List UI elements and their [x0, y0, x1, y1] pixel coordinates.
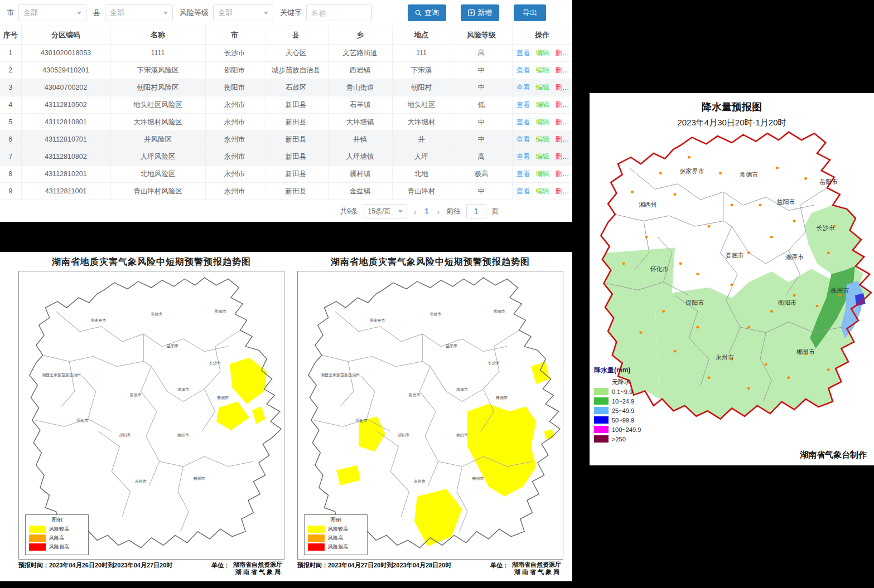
cell-risk: 中 — [451, 131, 512, 148]
trend-maps-panel: 湖南省地质灾害气象风险中短期预警预报趋势图 张家界市常德市岳阳市湘西土家族苗族自… — [0, 252, 572, 581]
cell-risk: 中 — [451, 79, 512, 96]
legend-swatch — [594, 426, 609, 433]
legend-swatch — [594, 407, 609, 414]
delete-link[interactable]: 删除 — [556, 101, 569, 109]
delete-link[interactable]: 删除 — [556, 49, 569, 57]
chevron-down-icon — [77, 12, 81, 14]
cell-actions: 查看编辑删除 — [512, 166, 572, 183]
legend-swatch — [29, 534, 46, 542]
legend-swatch — [594, 416, 609, 424]
legend-swatch — [594, 397, 609, 405]
keyword-input[interactable] — [306, 4, 372, 21]
export-button[interactable]: 导出 — [514, 4, 546, 21]
edit-link[interactable]: 编辑 — [536, 101, 550, 109]
current-page[interactable]: 1 — [423, 207, 431, 215]
filter-bar: 市 全部 县 全部 风险等级 全部 关键字 查询 新增 — [0, 0, 572, 26]
cell-risk: 极高 — [451, 166, 512, 183]
col-risk: 风险等级 — [451, 26, 512, 45]
edit-link[interactable]: 编辑 — [536, 135, 550, 143]
prev-page-button[interactable]: ‹ — [413, 207, 418, 216]
search-icon — [415, 9, 422, 16]
map-credit: 湖南省气象台制作 — [800, 450, 867, 460]
goto-label: 前往 — [447, 207, 461, 216]
goto-page-input[interactable] — [466, 204, 486, 218]
county-select[interactable]: 全部 — [105, 4, 173, 21]
forecast-time: 预报时间：2023年04月27日20时到2023年04月28日20时 — [297, 561, 451, 570]
delete-link[interactable]: 删除 — [556, 118, 569, 126]
edit-link[interactable]: 编辑 — [536, 187, 550, 195]
view-link[interactable]: 查看 — [516, 84, 530, 91]
cell-city: 永州市 — [205, 114, 264, 131]
forecast-time: 预报时间：2023年04月26日20时到2023年04月27日20时 — [18, 561, 172, 570]
cell-place: 地头社区 — [392, 96, 451, 114]
delete-link[interactable]: 删除 — [556, 187, 569, 195]
table-header-row: 序号 分区编码 名称 市 县 乡 地点 风险等级 操作 — [0, 26, 572, 45]
delete-link[interactable]: 删除 — [556, 84, 569, 91]
cell-code: 43112810201 — [21, 166, 110, 183]
cell-name: 朝阳村风险区 — [110, 79, 205, 96]
cell-city: 永州市 — [205, 131, 264, 148]
edit-link[interactable]: 编辑 — [536, 153, 550, 161]
edit-link[interactable]: 编辑 — [536, 66, 550, 74]
cell-place: 北地 — [392, 166, 451, 183]
cell-code: 430529410201 — [21, 62, 110, 79]
cell-actions: 查看编辑删除 — [512, 131, 572, 148]
delete-link[interactable]: 删除 — [556, 135, 569, 143]
view-link[interactable]: 查看 — [516, 66, 530, 74]
trend-map-1-title: 湖南省地质灾害气象风险中短期预警预报趋势图 — [18, 256, 284, 268]
delete-link[interactable]: 删除 — [556, 153, 569, 161]
total-count: 共9条 — [340, 207, 358, 216]
plus-icon — [468, 9, 475, 16]
table-row: 2430529410201下宋溪风险区邵阳市城步苗族自治县西岩镇下宋溪中查看编辑… — [0, 62, 572, 79]
keyword-label: 关键字 — [280, 8, 302, 18]
cell-town: 西岩镇 — [328, 62, 392, 79]
cell-town: 文艺路街道 — [328, 45, 392, 62]
edit-link[interactable]: 编辑 — [536, 84, 550, 91]
cell-actions: 查看编辑删除 — [512, 62, 572, 79]
table-row: 643112810701井风险区永州市新田县井镇井中查看编辑删除 — [0, 131, 572, 148]
search-button[interactable]: 查询 — [408, 4, 446, 21]
cell-city: 长沙市 — [205, 45, 264, 62]
cell-county: 城步苗族自治县 — [264, 62, 328, 79]
trend-map-2-title: 湖南省地质灾害气象风险中短期预警预报趋势图 — [297, 256, 563, 268]
delete-link[interactable]: 删除 — [556, 66, 569, 74]
city-select[interactable]: 全部 — [18, 4, 86, 21]
table-row: 543112810801大坪塘村风险区永州市新田县大坪塘镇大坪塘村中查看编辑删除 — [0, 114, 572, 131]
trend-map-1: 湖南省地质灾害气象风险中短期预警预报趋势图 张家界市常德市岳阳市湘西土家族苗族自… — [18, 254, 284, 576]
trend-map-2-box: 张家界市常德市岳阳市湘西土家族苗族自治州益阳市长沙市娄底市湘潭市株洲市怀化市邵阳… — [297, 271, 563, 560]
view-link[interactable]: 查看 — [516, 101, 530, 109]
view-link[interactable]: 查看 — [516, 170, 530, 178]
legend-swatch — [594, 435, 609, 443]
view-link[interactable]: 查看 — [516, 118, 530, 126]
cell-city: 衡阳市 — [205, 79, 264, 96]
table-row: 943112811001青山坪村风险区永州市新田县金盆镇青山坪村中查看编辑删除 — [0, 183, 572, 200]
legend-swatch — [308, 543, 325, 551]
table-row: 843112810201北地风险区永州市新田县骥村镇北地极高查看编辑删除 — [0, 166, 572, 183]
cell-name: 青山坪村风险区 — [110, 183, 205, 200]
edit-link[interactable]: 编辑 — [536, 49, 550, 57]
cell-county: 新田县 — [264, 131, 328, 148]
cell-actions: 查看编辑删除 — [512, 45, 572, 62]
view-link[interactable]: 查看 — [516, 49, 530, 57]
page-size-select[interactable]: 15条/页 — [364, 204, 407, 218]
cell-town: 金盆镇 — [328, 183, 392, 200]
view-link[interactable]: 查看 — [516, 187, 530, 195]
cell-place: 朝阳村 — [392, 79, 451, 96]
add-button[interactable]: 新增 — [461, 4, 499, 21]
cell-place: 大坪塘村 — [392, 114, 451, 131]
cell-name: 井风险区 — [110, 131, 205, 148]
risk-select[interactable]: 全部 — [213, 4, 273, 21]
cell-county: 新田县 — [264, 148, 328, 166]
edit-link[interactable]: 编辑 — [536, 118, 550, 126]
cell-city: 永州市 — [205, 148, 264, 166]
edit-link[interactable]: 编辑 — [536, 170, 550, 178]
cell-city: 永州市 — [205, 166, 264, 183]
chevron-down-icon — [264, 12, 268, 14]
cell-seq: 6 — [0, 131, 21, 148]
cell-code: 43112810701 — [21, 131, 110, 148]
col-name: 名称 — [110, 26, 205, 45]
view-link[interactable]: 查看 — [516, 153, 530, 161]
next-page-button[interactable]: › — [436, 207, 441, 216]
view-link[interactable]: 查看 — [516, 135, 530, 143]
delete-link[interactable]: 删除 — [556, 170, 569, 178]
